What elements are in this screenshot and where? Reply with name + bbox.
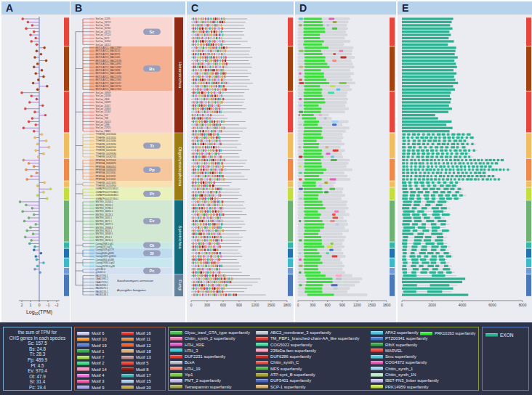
legend-item-motif: Motif 18	[121, 349, 163, 354]
legend-item-superfamily: PTZ00341 superfamily	[371, 335, 464, 341]
motif-block	[202, 172, 203, 174]
domain-prk10263	[304, 252, 319, 254]
legend-item-superfamily-swatch	[256, 355, 268, 359]
domain-prk10263	[304, 249, 318, 251]
motif-block	[212, 21, 214, 23]
exon-block	[411, 258, 418, 261]
domain-prk10263	[304, 130, 322, 132]
motif-block	[197, 24, 198, 26]
legend-item-motif-swatch	[77, 349, 89, 353]
domain-prk10263	[304, 69, 321, 71]
motif-block	[202, 66, 203, 68]
exon-block	[403, 216, 411, 219]
exon-block	[402, 188, 407, 190]
motif-block	[212, 220, 214, 222]
tpm-legend-item: Tt: 28.3	[4, 351, 71, 357]
class-bar-label: Fungi	[178, 280, 182, 290]
lollipop-dot	[36, 258, 38, 261]
tree-tip-label: PPERSA_30111653	[96, 178, 116, 181]
motif-block	[214, 268, 216, 270]
motif-block	[198, 107, 198, 110]
motif-block	[197, 117, 198, 119]
exon-block	[402, 123, 446, 126]
exon-block	[424, 239, 431, 241]
motif-block	[196, 121, 197, 123]
motif-block	[195, 249, 196, 251]
legend-item-motif-swatch	[121, 367, 134, 371]
motif-block	[197, 98, 198, 100]
motif-block	[194, 21, 196, 23]
motif-block	[206, 44, 207, 46]
exon-block	[402, 159, 405, 161]
motif-block	[215, 162, 217, 164]
tree-tip-label: BSTOLATCC_MAC17832	[96, 78, 122, 81]
exon-block	[426, 155, 430, 158]
motif-block	[209, 233, 210, 235]
exon-block	[435, 155, 438, 158]
motif-block	[207, 290, 209, 293]
exon-block	[469, 178, 472, 180]
legend-item-motif-swatch	[121, 362, 134, 365]
exon-block	[424, 137, 428, 139]
motif-block	[222, 204, 222, 206]
motif-block	[193, 137, 194, 139]
motif-block	[193, 252, 194, 254]
exon-block	[462, 134, 464, 136]
domain-prk10263	[307, 294, 334, 296]
motif-block	[219, 281, 221, 283]
legend-item-superfamily-label: Chitin_synth_1	[385, 367, 413, 371]
tree-tip-label: BSTOLATCC_MAC15011	[96, 82, 122, 85]
motif-block	[214, 28, 216, 30]
panel-e-letter: E	[402, 2, 408, 14]
motif-block	[201, 139, 203, 142]
motif-block	[197, 89, 198, 91]
motif-block	[222, 34, 224, 36]
exon-block	[414, 178, 416, 180]
exon-block	[422, 213, 427, 216]
motif-block	[213, 146, 214, 148]
panel-e-header: E	[398, 1, 532, 15]
tree-tip-label: SteCoe_24329	[96, 101, 111, 104]
exon-block	[412, 143, 416, 145]
exon-block	[451, 175, 454, 177]
motif-block	[215, 107, 217, 110]
exon-block	[445, 155, 448, 158]
exon-block	[416, 188, 420, 190]
motif-block	[193, 134, 194, 136]
exon-block	[416, 195, 420, 197]
legend-item-motif-swatch	[121, 349, 134, 353]
exon-block	[412, 152, 416, 155]
exon-block	[438, 159, 440, 161]
tree-tip-label: BSTOLATCC_MAC8220	[96, 49, 121, 52]
exon-block	[448, 137, 451, 139]
motif-block	[212, 236, 213, 238]
domain-block	[332, 121, 339, 123]
motif-block	[216, 143, 217, 145]
motif-block	[213, 162, 214, 164]
legend-item-superfamily-swatch	[170, 367, 182, 370]
motif-block	[217, 249, 218, 251]
exon-block	[436, 172, 440, 174]
motif-block	[198, 236, 199, 238]
exon-block	[434, 178, 437, 180]
domain-prk10263	[304, 150, 322, 152]
motif-block	[203, 261, 204, 264]
domain-block	[330, 220, 334, 222]
motif-block	[215, 73, 217, 75]
motif-block	[194, 91, 195, 94]
lollipop-dot	[41, 133, 43, 135]
motif-block	[221, 168, 222, 171]
motif-block	[206, 245, 207, 248]
domain-prk10263	[306, 281, 333, 283]
exon-block	[492, 175, 494, 177]
species-strip-d	[390, 91, 395, 132]
motif-block	[195, 17, 196, 20]
x-tick-label: 900	[236, 304, 242, 307]
motif-block	[206, 233, 208, 235]
motif-block	[202, 200, 203, 203]
exon-block	[427, 134, 430, 136]
motif-block	[212, 294, 213, 296]
motif-block	[207, 143, 209, 145]
motif-block	[211, 207, 213, 209]
motif-block	[219, 24, 219, 26]
